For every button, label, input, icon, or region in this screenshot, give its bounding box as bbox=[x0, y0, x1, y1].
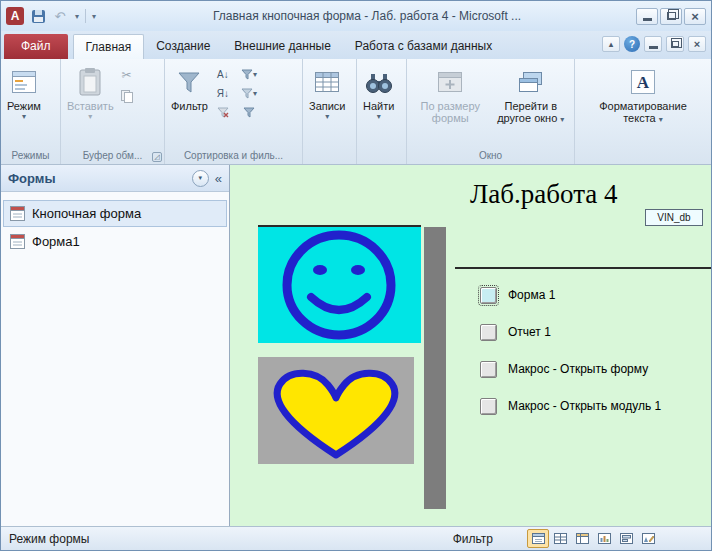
nav-item-label: Кнопочная форма bbox=[32, 206, 141, 221]
help-button[interactable]: ? bbox=[624, 36, 640, 52]
pivottable-view-button[interactable] bbox=[571, 529, 593, 548]
fit-to-form-icon bbox=[437, 71, 463, 93]
filter-button-label: Фильтр bbox=[171, 100, 208, 112]
close-button[interactable]: × bbox=[684, 8, 706, 25]
navigation-pane-header[interactable]: Формы ▾ « bbox=[1, 165, 229, 192]
chevron-down-icon: ▾ bbox=[377, 112, 381, 121]
window-controls: × bbox=[636, 8, 706, 25]
cut-button[interactable]: ✂ bbox=[117, 66, 137, 84]
pivotchart-view-icon bbox=[598, 533, 611, 544]
paste-button[interactable]: Вставить ▾ bbox=[64, 62, 117, 149]
status-bar: Режим формы Фильтр bbox=[1, 526, 711, 550]
design-view-icon bbox=[642, 533, 655, 544]
smiley-image bbox=[258, 227, 421, 343]
window-title: Главная кнопочная форма - Лаб. работа 4 … bbox=[98, 9, 636, 23]
fit-to-form-label: По размеру формы bbox=[412, 100, 489, 124]
tab-create[interactable]: Создание bbox=[144, 34, 222, 59]
datasheet-view-button[interactable] bbox=[549, 529, 571, 548]
layout-view-button[interactable] bbox=[615, 529, 637, 548]
sort-group-caption: Сортировка и филь... bbox=[165, 149, 302, 164]
switch-window-label: Перейти в другое окно ▾ bbox=[493, 100, 570, 124]
dialog-launcher-icon[interactable]: ◿ bbox=[152, 152, 162, 162]
switchboard-buttons: Форма 1 Отчет 1 Макрос - Открыть форму М… bbox=[480, 285, 661, 433]
switchboard-row-macro-open-module: Макрос - Открыть модуль 1 bbox=[480, 396, 661, 416]
macro-open-form-button[interactable] bbox=[480, 361, 497, 378]
quick-access-toolbar: ↶ ▾ ▾ bbox=[29, 7, 98, 25]
sort-ascending-icon: А↓ bbox=[217, 69, 229, 80]
tab-database-tools[interactable]: Работа с базами данных bbox=[343, 34, 504, 59]
sort-descending-button[interactable]: Я↓ bbox=[211, 85, 235, 102]
chevron-down-icon: ▾ bbox=[560, 115, 564, 124]
save-icon bbox=[32, 10, 45, 23]
nav-item-label: Форма1 bbox=[32, 234, 80, 249]
switch-window-label-text: Перейти в другое окно bbox=[497, 100, 557, 124]
design-view-button[interactable] bbox=[637, 529, 659, 548]
fit-to-form-button[interactable]: По размеру формы bbox=[410, 62, 491, 126]
navigation-list: Кнопочная форма Форма1 bbox=[1, 192, 229, 526]
pivotchart-view-button[interactable] bbox=[593, 529, 615, 548]
title-bar: A ↶ ▾ ▾ Главная кнопочная форма - Лаб. р… bbox=[1, 1, 711, 31]
sort-descending-icon: Я↓ bbox=[217, 88, 229, 99]
format-text-icon: A bbox=[630, 69, 656, 95]
records-button[interactable]: Записи ▾ bbox=[306, 62, 349, 149]
heart-icon bbox=[258, 357, 414, 464]
doc-restore-button[interactable] bbox=[666, 36, 684, 52]
open-form1-button[interactable] bbox=[480, 287, 497, 304]
form-view-icon bbox=[11, 69, 37, 95]
doc-close-button[interactable]: × bbox=[688, 36, 706, 52]
macro-open-module-button[interactable] bbox=[480, 398, 497, 415]
save-button[interactable] bbox=[29, 7, 47, 25]
form-view-button[interactable] bbox=[527, 529, 549, 548]
form-title: Лаб.работа 4 bbox=[470, 179, 618, 210]
undo-dropdown-icon[interactable]: ▾ bbox=[73, 12, 81, 21]
nav-item-form1[interactable]: Форма1 bbox=[3, 228, 227, 255]
filter-button[interactable]: Фильтр bbox=[168, 62, 211, 149]
qat-customize-button[interactable]: ▾ bbox=[90, 12, 98, 21]
datasheet-view-icon bbox=[554, 533, 567, 544]
find-button[interactable]: Найти ▾ bbox=[360, 62, 397, 149]
doc-minimize-icon bbox=[649, 46, 658, 49]
form-view-icon bbox=[532, 533, 545, 544]
copy-button[interactable] bbox=[117, 87, 137, 105]
ribbon-group-records: Записи ▾ bbox=[303, 59, 357, 164]
open-report1-button[interactable] bbox=[480, 324, 497, 341]
toggle-filter-button[interactable] bbox=[237, 104, 261, 121]
tab-external-data[interactable]: Внешние данные bbox=[222, 34, 343, 59]
clipboard-group-caption-text: Буфер обм... bbox=[83, 150, 143, 161]
db-name-box: VIN_db bbox=[645, 209, 703, 226]
nav-item-switchboard-form[interactable]: Кнопочная форма bbox=[3, 200, 227, 227]
selection-filter-icon bbox=[241, 69, 253, 81]
chevron-down-icon: ▾ bbox=[253, 89, 257, 98]
switchboard-row-form1: Форма 1 bbox=[480, 285, 661, 305]
chevron-down-icon: ▾ bbox=[253, 70, 257, 79]
toolbar-separator bbox=[85, 9, 86, 23]
selection-filter-button[interactable]: ▾ bbox=[237, 66, 261, 83]
navigation-pane-title: Формы bbox=[8, 171, 192, 186]
view-button[interactable]: Режим ▾ bbox=[4, 62, 44, 149]
collapse-pane-button[interactable]: « bbox=[215, 171, 222, 186]
advanced-filter-icon bbox=[241, 88, 253, 100]
chevron-down-icon: ▾ bbox=[659, 115, 663, 124]
navigation-menu-button[interactable]: ▾ bbox=[192, 170, 209, 187]
tab-file[interactable]: Файл bbox=[4, 34, 68, 59]
status-mode-text: Режим формы bbox=[9, 532, 453, 546]
remove-sort-button[interactable] bbox=[211, 104, 235, 121]
advanced-filter-button[interactable]: ▾ bbox=[237, 85, 261, 102]
access-logo-icon[interactable]: A bbox=[6, 7, 24, 25]
chevron-down-icon: ▾ bbox=[22, 112, 26, 121]
restore-button[interactable] bbox=[660, 8, 682, 25]
switch-window-button[interactable]: Перейти в другое окно ▾ bbox=[491, 62, 572, 126]
undo-button[interactable]: ↶ bbox=[51, 7, 69, 25]
layout-view-icon bbox=[620, 533, 633, 544]
minimize-ribbon-button[interactable]: ▴ bbox=[602, 36, 620, 52]
close-icon: × bbox=[691, 10, 699, 23]
records-button-label: Записи bbox=[309, 100, 346, 112]
ribbon-group-window: По размеру формы Перейти в другое окно ▾ bbox=[407, 59, 575, 164]
minimize-button[interactable] bbox=[636, 8, 658, 25]
doc-minimize-button[interactable] bbox=[644, 36, 662, 52]
text-formatting-button[interactable]: A Форматирование текста ▾ bbox=[580, 62, 706, 149]
switchboard-row-macro-open-form: Макрос - Открыть форму bbox=[480, 359, 661, 379]
ribbon: Режим ▾ Режимы Вставить bbox=[1, 59, 711, 165]
tab-home[interactable]: Главная bbox=[73, 34, 145, 59]
sort-ascending-button[interactable]: А↓ bbox=[211, 66, 235, 83]
